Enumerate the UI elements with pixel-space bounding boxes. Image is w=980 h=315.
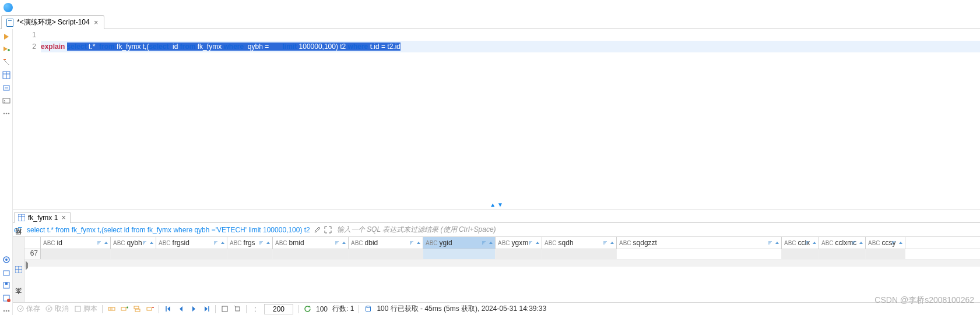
svg-rect-44 [75,306,80,312]
column-header-sqdh[interactable]: ABCsqdh [542,237,617,249]
svg-point-20 [3,310,5,312]
config-icon[interactable]: : [251,305,259,313]
grid-mode-icon[interactable] [15,266,22,273]
save-warn-icon[interactable] [2,294,10,302]
export-icon[interactable] [220,305,229,313]
more-icon[interactable] [2,109,10,118]
expand-toggle[interactable]: ▲ ▼ [13,199,980,210]
run-icon[interactable] [2,33,10,41]
code-line[interactable]: explain select t.* from fk_fymx t,(selec… [41,41,980,52]
svg-marker-1 [3,47,8,51]
svg-marker-41 [899,242,902,244]
svg-rect-50 [135,309,140,312]
detach-icon[interactable] [233,305,241,313]
column-header-frgs[interactable]: ABCfrgs [227,237,273,249]
editor-tab[interactable]: *<演练环境> Script-104 × [1,15,104,29]
column-header-ccsy[interactable]: ABCccsy [866,237,905,249]
refresh-icon[interactable] [303,305,311,313]
rows-count: 100 [316,305,328,313]
prev-icon[interactable] [177,305,185,313]
close-icon[interactable]: × [93,19,99,27]
first-icon[interactable] [164,305,172,313]
svg-point-19 [7,299,10,302]
close-icon[interactable]: × [61,214,66,222]
status-bar: 保存 取消 脚本 : 100 [13,302,980,315]
column-header-dbid[interactable]: ABCdbid [349,237,423,249]
db-icon [364,305,372,313]
query-text: select t.* from fk_fymx t,(select id fro… [23,226,312,234]
more2-icon[interactable] [2,307,10,315]
svg-point-42 [17,306,23,312]
svg-rect-9 [3,98,10,103]
svg-marker-33 [342,242,346,244]
svg-rect-49 [134,306,139,309]
run-new-icon[interactable] [2,45,10,54]
svg-marker-30 [150,242,153,244]
edit-icon[interactable] [312,225,323,235]
status-text: 100 行已获取 - 45ms (5ms 获取), 2024-05-31 14:… [377,304,546,314]
h-scrollbar[interactable] [24,260,980,267]
column-header-id[interactable]: ABCid [41,237,111,249]
table-icon[interactable] [2,71,10,79]
table-row[interactable]: 67 [24,249,980,260]
sql-file-icon [6,19,13,27]
gear-icon[interactable] [2,256,10,264]
save-icon[interactable] [2,281,10,289]
filter-input[interactable]: 输入一个 SQL 表达式来过滤结果 (使用 Ctrl+Space) [333,224,980,236]
open-icon[interactable] [2,268,10,277]
cancel-button[interactable]: 取消 [45,304,69,314]
gutter-line: 2 [13,41,36,52]
svg-marker-38 [775,242,779,244]
svg-marker-56 [192,306,195,312]
grid-icon [18,214,25,221]
column-header-frgsid[interactable]: ABCfrgsid [156,237,227,249]
column-header-ygid[interactable]: ABCygid [423,237,496,249]
svg-point-62 [366,306,370,308]
explain-icon[interactable] [2,84,10,92]
svg-point-10 [3,113,5,115]
column-header-cclxmc[interactable]: ABCcclxmc [819,237,866,249]
add-row-icon[interactable] [120,305,128,313]
column-header-ygxm[interactable]: ABCygxm [496,237,542,249]
svg-point-12 [8,113,9,115]
edit-row-icon[interactable] [107,305,115,313]
result-tab[interactable]: fk_fymx 1 × [14,212,71,223]
svg-marker-29 [104,242,108,244]
gutter-line: 1 [13,29,36,41]
left-rail [0,29,13,315]
svg-marker-36 [536,242,539,244]
sql-toggle-icon[interactable]: oT [13,225,23,235]
code-line[interactable] [41,29,980,41]
del-row-icon[interactable] [146,305,154,313]
svg-rect-48 [121,307,126,310]
column-header-cclx[interactable]: ABCcclx [782,237,819,249]
svg-marker-37 [610,242,614,244]
script-button[interactable]: 脚本 [73,304,97,314]
save-button[interactable]: 保存 [16,304,40,314]
svg-marker-31 [221,242,224,244]
svg-rect-59 [222,306,227,312]
next-icon[interactable] [189,305,198,313]
fetch-size-input[interactable] [264,304,293,314]
expand-icon[interactable] [323,225,333,235]
svg-marker-35 [489,242,493,244]
sql-editor[interactable]: 1 2 explain select t.* from fk_fymx t,(s… [13,29,980,210]
svg-rect-60 [236,307,240,311]
app-icon [3,3,13,12]
svg-line-2 [3,59,9,65]
svg-point-11 [5,113,7,115]
column-header-bmid[interactable]: ABCbmid [273,237,349,249]
svg-marker-32 [266,242,270,244]
last-icon[interactable] [202,305,210,313]
stop-icon[interactable] [2,58,10,66]
svg-marker-57 [205,306,208,312]
svg-marker-34 [417,242,420,244]
column-header-sqdgzzt[interactable]: ABCsqdgzzt [617,237,782,249]
rows-label: 行数: 1 [332,304,354,314]
dup-row-icon[interactable] [133,305,141,313]
column-header-qybh[interactable]: ABCqybh [111,237,156,249]
svg-rect-51 [147,307,152,310]
console-icon[interactable] [2,97,10,105]
svg-marker-55 [180,306,182,312]
svg-marker-39 [813,242,816,244]
